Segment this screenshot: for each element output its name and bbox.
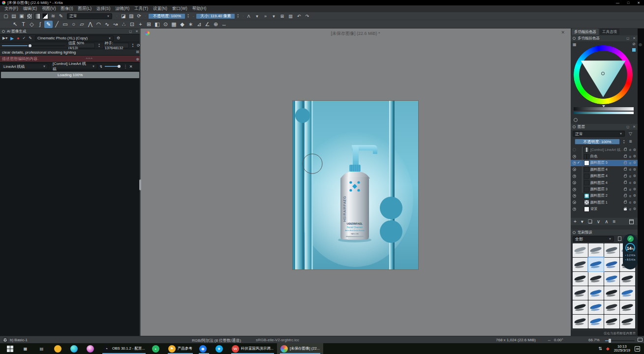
layer-thumbnail[interactable] [584,180,589,185]
freehand-path-tool-icon[interactable]: ∿ [103,21,111,28]
brush-preset[interactable] [573,315,588,328]
edit-prompt-icon[interactable]: ✎ [29,36,32,40]
select-shapes-tool-icon[interactable]: ↖ [11,21,19,28]
brush-preset[interactable] [604,315,619,328]
wps-button[interactable]: W 科技蓝国风演示调... [228,343,277,354]
polygon-tool-icon[interactable]: ▱ [78,21,86,28]
control-link-icon[interactable]: ↯ [99,64,103,69]
foreground-background-color-icon[interactable] [42,13,48,19]
gear-icon[interactable]: ⚙ [117,36,120,40]
layer-row[interactable]: ✓ 颜料图层 1 α ⚙ [571,199,638,206]
menu-item[interactable]: 设置(N) [151,6,170,12]
gamut-mask-icon[interactable]: ⊘ [632,42,636,46]
minimize-button[interactable]: — [616,1,619,5]
add-region-icon[interactable]: ⊕ [136,57,139,61]
layer-filter-icon[interactable]: ▽ [629,131,632,136]
menu-item[interactable]: 窗口(W) [170,6,190,12]
menu-item[interactable]: 文件(F) [2,6,21,12]
layer-thumbnail[interactable] [584,200,589,205]
layer-thumbnail[interactable] [584,160,589,166]
layer-name[interactable]: 白色 [590,154,623,159]
crop-tool-icon[interactable]: ⊞ [145,21,153,28]
alpha-lock-icon[interactable]: α [629,201,631,204]
layer-opacity-spinner[interactable]: ▲▼ [623,140,625,144]
menu-item[interactable]: 帮助(H) [189,6,209,12]
lock-icon[interactable] [624,162,627,164]
close-docker-icon[interactable]: ✕ [633,125,636,129]
brush-preset[interactable] [588,300,604,314]
prompt-input[interactable]: clear details, professional shooting lig… [0,49,140,55]
brush-preset[interactable] [573,300,588,314]
net-speed-widget[interactable]: ✓ 14% • 1.2 K/s • 8.5 K/s [623,234,638,269]
redo-icon[interactable]: ↷ [305,14,310,19]
visibility-eye-icon[interactable] [573,168,576,171]
lock-icon[interactable] [624,195,627,197]
alpha-lock-icon[interactable]: α [629,181,631,184]
brush-preset[interactable] [588,243,604,257]
lock-icon[interactable] [624,181,627,184]
alpha-lock-icon[interactable]: α [629,175,631,178]
add-layer-caret[interactable]: ▾ [581,219,583,224]
obs-button[interactable]: ◔ OBS 30.1.2 - 配置... [99,343,149,354]
menu-item[interactable]: 选择(S) [94,6,113,12]
media-app-button[interactable] [83,343,99,354]
menu-item[interactable]: 工具(T) [132,6,151,12]
scroll-target-icon[interactable]: ◎ [639,42,642,47]
layer-properties-icon[interactable]: ⚙ [633,148,636,152]
selector-settings-icon[interactable]: ▦ [573,42,577,47]
visibility-eye-icon[interactable] [573,181,576,184]
strength-spinner[interactable]: ▲▼ [98,43,100,48]
layer-row[interactable]: ✓ 颜料图层 3 α ⚙ [571,186,638,192]
mirror-vertical-caret[interactable]: ▾ [271,14,277,19]
brush-preset[interactable] [620,286,635,300]
brush-preset[interactable] [588,315,604,328]
layer-properties-icon[interactable]: ⚙ [633,161,636,165]
alert-tray-icon[interactable]: ◆ [606,346,610,351]
remove-control-icon[interactable]: ✕ [129,64,133,69]
workspace-icon[interactable]: ▥ [288,14,294,19]
transform-tool-icon[interactable]: ⊡ [128,21,136,28]
alpha-lock-icon[interactable]: α [629,194,631,198]
lock-icon[interactable] [624,148,627,151]
layer-thumbnail[interactable] [584,147,589,152]
brush-preset[interactable] [604,258,619,271]
brush-preset[interactable] [573,258,588,271]
docker-tab[interactable]: 多功能拾色器 [572,29,599,35]
alpha-lock-icon[interactable]: α [629,188,631,191]
layer-name[interactable]: 颜料图层 4 [590,174,623,178]
lock-icon[interactable] [624,175,627,177]
insert-text-icon[interactable]: ⊞ [136,50,139,54]
lock-icon[interactable] [624,168,627,171]
brush-preset-chip[interactable] [3,338,7,342]
pan-tool-icon[interactable]: ↔ [220,21,228,28]
zoom-tool-icon[interactable]: ⊕ [212,21,220,28]
visibility-eye-icon[interactable] [573,207,576,211]
brush-preset[interactable] [588,258,604,271]
value-strip[interactable] [574,107,634,111]
more-options-icon[interactable]: ⋮ [123,64,127,69]
preserve-alpha-icon[interactable]: ▨ [127,13,135,19]
control-strength-slider[interactable] [105,66,122,67]
task-view-button[interactable]: ▦ [18,343,34,354]
seed-spinner[interactable]: ▲▼ [132,43,134,48]
brush-preset[interactable] [604,286,619,300]
layer-properties-icon[interactable]: ⚙ [633,194,636,198]
layer-opacity-slider[interactable]: 不透明度: 100% [575,139,620,145]
denoise-slider[interactable] [2,45,65,46]
layer-name[interactable]: 颜料图层 1 [590,200,623,205]
close-docker-icon[interactable]: ✕ [135,30,138,33]
open-image-icon[interactable]: ▤ [10,13,18,19]
menu-item[interactable]: 视图(V) [39,6,58,12]
opacity-spinner[interactable]: ▲▼ [187,14,189,18]
gradient-chooser-icon[interactable] [34,13,40,19]
measure-tool-icon[interactable]: ∠ [203,21,212,28]
strength-field[interactable]: 强度 50% (4/13) [67,43,95,48]
float-docker-icon[interactable]: ◻ [626,36,629,40]
blend-mode-select[interactable]: 正常▼ [67,13,112,19]
text-tool-icon[interactable]: T [19,21,28,28]
wrap-around-icon[interactable]: ⊞ [279,14,285,19]
tag-icon[interactable] [618,236,621,241]
float-docker-icon[interactable]: ◻ [626,125,629,129]
assistants-tool-icon[interactable]: ⊿ [195,21,203,28]
rotation-arrows-icon[interactable]: ↔ [547,338,551,342]
